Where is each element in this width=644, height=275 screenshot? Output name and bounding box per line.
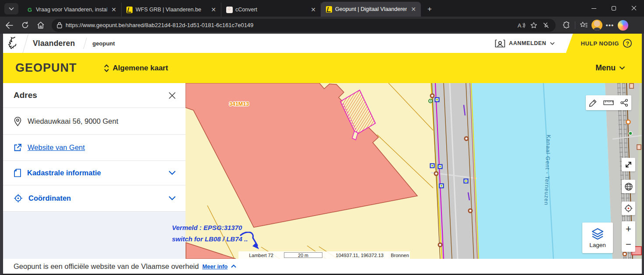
lock-icon [57,22,62,28]
map-viewport[interactable]: 341M13 [186,83,642,259]
tab-title: WFS GRB | Vlaanderen.be [136,7,207,13]
parcel-document-icon [14,168,21,178]
url-text[interactable]: https://www.geopunt.be/shared/8ab221d4-8… [66,22,515,28]
menu-label: Menu [595,63,616,73]
map-selector[interactable]: Algemene kaart [103,64,168,73]
close-button[interactable] [624,0,644,17]
extensions-button[interactable] [560,19,573,32]
question-mark-icon: ? [623,38,632,48]
layers-button[interactable]: Lagen [582,223,613,253]
blocked-icon [542,22,550,29]
page-content: Vlaanderen geopunt AANMELDEN HULP NODIG … [0,34,644,275]
extensions-puzzle-icon [563,21,570,29]
chevron-down-icon [168,171,176,175]
crosshair-target-icon [14,194,23,203]
website-link[interactable]: Website van Gent [28,143,85,152]
copilot-button[interactable] [616,19,630,32]
favorites-bar-button[interactable] [577,19,590,32]
tab-close-icon[interactable]: ✕ [410,6,417,13]
header-right: AANMELDEN HULP NODIG ? [495,34,642,53]
projection-label[interactable]: Lambert 72 [238,253,284,258]
help-label: HULP NODIG [581,40,619,47]
mouse-coordinates: 104937.11, 196372.13 [329,253,390,258]
draw-measure-share-toolbar [586,95,631,110]
ruler-icon [603,100,614,106]
home-icon [37,21,45,29]
tab-close-icon[interactable]: ✕ [110,6,118,13]
copilot-icon [618,20,628,31]
close-panel-icon[interactable] [168,92,176,99]
tab-close-icon[interactable]: ✕ [309,6,317,13]
measure-tool-button[interactable] [602,96,616,109]
parcel-number-label: 341M13 [229,101,249,107]
refresh-icon [21,21,29,29]
website-row: Website van Gent [3,134,186,160]
meer-info-link[interactable]: Meer info [202,263,228,270]
minimize-button[interactable] [584,0,604,17]
draw-tool-button[interactable] [586,96,600,109]
collections-star-icon [580,21,588,29]
chevron-down-icon [168,196,176,201]
maximize-button[interactable] [604,0,624,17]
coordinates-section-row[interactable]: Coördinaten [3,185,186,211]
read-aloud-button[interactable]: A [515,20,528,31]
chevron-up-icon[interactable] [231,265,236,268]
profile-avatar[interactable] [590,19,603,32]
star-icon [530,22,537,29]
sources-link[interactable]: Bronnen [390,253,410,258]
external-link-icon [14,143,22,152]
favorite-star-button[interactable] [528,20,540,31]
layers-label: Lagen [589,242,606,248]
sort-arrows-icon [103,64,110,73]
globe-button[interactable] [622,180,635,193]
pencil-icon [589,99,597,107]
page-footer: Geopunt is een officiële website van de … [3,259,642,274]
panel-title: Adres [14,91,168,100]
svg-text:?: ? [626,41,630,47]
fullscreen-button[interactable] [622,158,635,171]
geopunt-favicon [326,6,332,13]
tab-geopunt-active[interactable]: Geopunt | Digitaal Vlaanderen ✕ [321,2,421,17]
new-tab-button[interactable]: + [424,3,436,15]
login-label: AANMELDEN [509,40,546,46]
chevron-down-icon [9,7,14,10]
permission-blocked-button[interactable] [540,20,552,31]
tab-cconvert[interactable]: cConvert ✕ [221,3,321,17]
user-badge-icon [495,39,505,48]
tab-title: Geopunt | Digitaal Vlaanderen [335,6,407,12]
browser-window: G Vraag voor Vlaanderen, installatie ✕ W… [0,0,644,275]
address-bar[interactable]: https://www.geopunt.be/shared/8ab221d4-8… [52,19,556,32]
footer-text: Geopunt is een officiële website van de … [14,262,199,271]
tab-search-button[interactable] [4,3,18,14]
help-button[interactable]: HULP NODIG ? [566,34,642,53]
share-tool-button[interactable] [617,96,631,109]
geopunt-logo[interactable]: GEOPUNT [15,61,77,75]
refresh-button[interactable] [18,19,32,32]
browser-menu-button[interactable]: ••• [603,19,616,32]
back-arrow-icon [5,22,13,29]
zoom-in-button[interactable]: + [622,221,635,237]
tab-close-icon[interactable]: ✕ [210,6,217,13]
cadastral-section-row[interactable]: Kadastrale informatie [3,160,186,185]
toolbar-right-icons: ••• [560,19,630,32]
address-row: Wiedauwkaai 56, 9000 Gent [3,108,186,134]
login-button[interactable]: AANMELDEN [495,39,566,48]
vlaanderen-brand[interactable]: Vlaanderen [33,39,75,48]
chevron-down-icon [550,42,555,45]
back-button[interactable] [3,19,16,32]
map-statusbar: Lambert 72 20 m 104937.11, 196372.13 Bro… [238,251,410,259]
zoom-out-button[interactable]: − [622,237,635,252]
menu-button[interactable]: Menu [595,63,625,73]
globe-icon [624,182,633,191]
tab-vraag-voor-vlaanderen[interactable]: G Vraag voor Vlaanderen, installatie ✕ [22,3,122,17]
window-controls [584,0,644,17]
grb-basemap: 341M13 [186,83,642,259]
home-button[interactable] [34,19,47,32]
locate-me-button[interactable] [622,202,635,215]
panel-header: Adres [3,83,186,108]
address-panel: Adres Wiedauwkaai 56, 9000 Gent Website … [3,83,186,259]
cconvert-favicon [226,6,233,13]
toolbar-divider [575,21,575,29]
gps-crosshair-icon [624,204,633,213]
tab-wfs-grb[interactable]: WFS GRB | Vlaanderen.be ✕ [122,3,221,17]
